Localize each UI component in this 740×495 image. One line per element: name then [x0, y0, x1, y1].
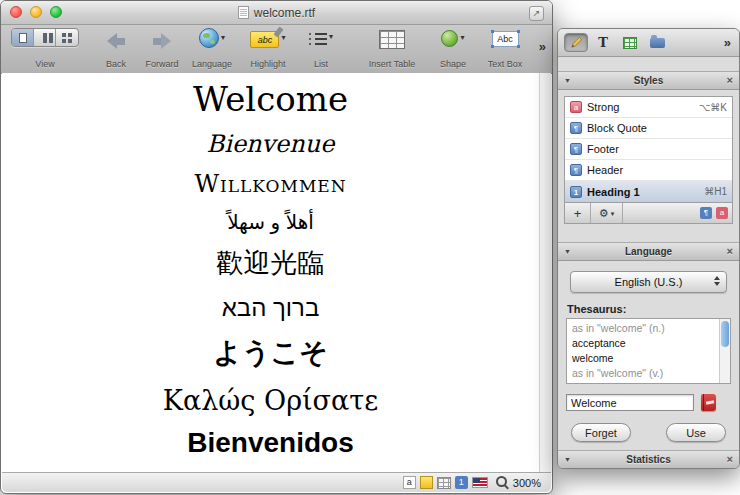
close-section-icon[interactable]: × — [727, 454, 733, 465]
doc-line-spanish[interactable]: Bienvenidos — [2, 427, 539, 459]
doc-line-chinese[interactable]: 歡迎光臨 — [2, 245, 539, 281]
thesaurus-rows: as in "welcome" (n.) acceptance welcome … — [567, 319, 730, 381]
style-name: Header — [587, 164, 623, 176]
table-icon — [623, 37, 637, 49]
style-row-block-quote[interactable]: ¶ Block Quote — [565, 118, 732, 139]
zoom-level[interactable]: 300% — [513, 477, 541, 489]
doc-line-hebrew[interactable]: ברוך הבא — [2, 294, 539, 322]
toolbar-toggle-icon[interactable]: ↗ — [529, 6, 544, 21]
doc-line-german[interactable]: Willkommen — [2, 170, 539, 198]
character-styles-filter-icon[interactable]: a — [716, 207, 728, 219]
language-flag-icon[interactable] — [472, 477, 488, 488]
use-button[interactable]: Use — [666, 423, 726, 442]
toolbar-overflow-chevron[interactable]: » — [539, 39, 546, 54]
close-section-icon[interactable]: × — [727, 75, 733, 86]
paragraph-style-status-icon[interactable]: 1 — [455, 476, 468, 489]
view-label: View — [35, 59, 54, 69]
gear-icon: ⚙ — [599, 207, 609, 220]
vertical-scrollbar[interactable] — [539, 73, 551, 472]
zoom-magnifier-icon[interactable] — [496, 476, 509, 489]
styles-section-header[interactable]: ▼ Styles × — [558, 71, 739, 90]
palette-toolbar: T » — [558, 29, 739, 57]
disclosure-triangle-icon[interactable]: ▼ — [564, 456, 571, 463]
tools-palette-window: T » ▼ Styles × a Strong ⌥⌘K ¶ Block Quot… — [557, 28, 740, 469]
document-window: welcome.rtf ↗ View Back Forward ▾ L — [0, 0, 553, 494]
style-name: Block Quote — [587, 122, 647, 134]
palette-tab-clips[interactable] — [645, 33, 669, 52]
table-status-icon[interactable] — [437, 477, 451, 489]
disclosure-triangle-icon[interactable]: ▼ — [564, 77, 571, 84]
dictionary-icon[interactable] — [701, 394, 716, 411]
paragraph-styles-filter-icon[interactable]: ¶ — [700, 207, 712, 219]
pen-icon — [569, 35, 584, 50]
thesaurus-item-word[interactable]: welcome — [572, 351, 716, 366]
doc-line-french[interactable]: Bienvenue — [2, 130, 539, 158]
style-name: Heading 1 — [587, 186, 640, 198]
highlight-status-icon[interactable] — [420, 476, 433, 489]
thesaurus-item-sense[interactable]: as in "welcome" (n.) — [572, 321, 716, 336]
thesaurus-list[interactable]: as in "welcome" (n.) acceptance welcome … — [566, 318, 731, 384]
highlight-icon: abc — [250, 31, 279, 48]
zoom-window-button[interactable] — [50, 6, 62, 18]
view-columns-segment[interactable] — [34, 29, 56, 46]
thesaurus-lookup-row — [566, 394, 731, 411]
paragraph-style-icon: ¶ — [570, 122, 582, 134]
highlight-toolbar-button[interactable]: abc ▾ Highlight — [242, 28, 294, 70]
language-popup[interactable]: English (U.S.) — [570, 271, 727, 293]
style-row-footer[interactable]: ¶ Footer — [565, 139, 732, 160]
language-toolbar-button[interactable]: ▾ Language — [188, 28, 236, 70]
doc-line-japanese[interactable]: ようこそ — [2, 334, 539, 372]
palette-tab-text[interactable]: T — [591, 33, 615, 52]
language-label: Language — [192, 59, 232, 69]
dropdown-caret-icon: ▾ — [329, 33, 333, 41]
language-section-header[interactable]: ▼ Language × — [558, 242, 739, 261]
thesaurus-item-word[interactable]: acceptance — [572, 336, 716, 351]
add-style-button[interactable]: + — [565, 203, 591, 223]
scrollbar-thumb[interactable] — [721, 321, 729, 347]
doc-line-english[interactable]: Welcome — [2, 79, 539, 119]
character-style-icon: a — [570, 101, 582, 113]
palette-tab-table[interactable] — [618, 33, 642, 52]
statistics-section-header[interactable]: ▼ Statistics × — [558, 450, 739, 468]
text-box-toolbar-button[interactable]: Abc Text Box — [478, 28, 532, 70]
styles-section-title: Styles — [634, 75, 663, 86]
palette-gap — [558, 57, 739, 71]
character-style-status-icon[interactable]: a — [403, 476, 416, 489]
forward-button[interactable]: Forward — [140, 28, 184, 70]
style-row-heading-1[interactable]: 1 Heading 1 ⌘H1 — [565, 181, 732, 202]
close-window-button[interactable] — [10, 6, 22, 18]
text-box-label: Text Box — [488, 59, 523, 69]
back-arrow-icon — [107, 32, 125, 50]
statistics-section-title: Statistics — [626, 454, 670, 465]
disclosure-triangle-icon[interactable]: ▼ — [564, 248, 571, 255]
back-button[interactable]: Back — [98, 28, 134, 70]
view-thumbnails-segment[interactable] — [56, 29, 78, 46]
style-row-strong[interactable]: a Strong ⌥⌘K — [565, 97, 732, 118]
palette-overflow-chevron[interactable]: » — [724, 35, 733, 50]
style-row-header[interactable]: ¶ Header — [565, 160, 732, 181]
minimize-window-button[interactable] — [30, 6, 42, 18]
style-actions-menu-button[interactable]: ⚙ ▾ — [591, 203, 623, 223]
thesaurus-scrollbar[interactable] — [719, 319, 730, 383]
shape-toolbar-button[interactable]: ▾ Shape — [431, 28, 475, 70]
forward-arrow-icon — [153, 32, 171, 50]
list-toolbar-button[interactable]: ▾ List — [301, 28, 341, 70]
document-area[interactable]: Welcome Bienvenue Willkommen أهلاً و سهل… — [2, 73, 551, 472]
palette-tab-writing-tools[interactable] — [564, 33, 588, 52]
titlebar[interactable]: welcome.rtf ↗ — [1, 1, 552, 25]
thesaurus-search-field[interactable] — [566, 394, 694, 411]
globe-icon — [199, 28, 219, 48]
thesaurus-item-sense[interactable]: as in "welcome" (v.) — [572, 366, 716, 381]
view-page-segment[interactable] — [12, 29, 34, 46]
doc-line-greek[interactable]: Καλώς Ορίσατε — [2, 385, 539, 416]
language-section-body: English (U.S.) Thesaurus: as in "welcome… — [558, 261, 739, 442]
view-control: View — [9, 28, 81, 70]
insert-table-toolbar-button[interactable]: Insert Table — [361, 28, 423, 70]
highlight-label: Highlight — [250, 59, 285, 69]
paragraph-style-icon: ¶ — [570, 143, 582, 155]
style-shortcut: ⌘H1 — [704, 186, 727, 197]
doc-line-arabic[interactable]: أهلاً و سهلاً — [2, 210, 539, 234]
forget-button[interactable]: Forget — [571, 423, 631, 442]
close-section-icon[interactable]: × — [727, 246, 733, 257]
columns-view-icon — [43, 33, 47, 43]
